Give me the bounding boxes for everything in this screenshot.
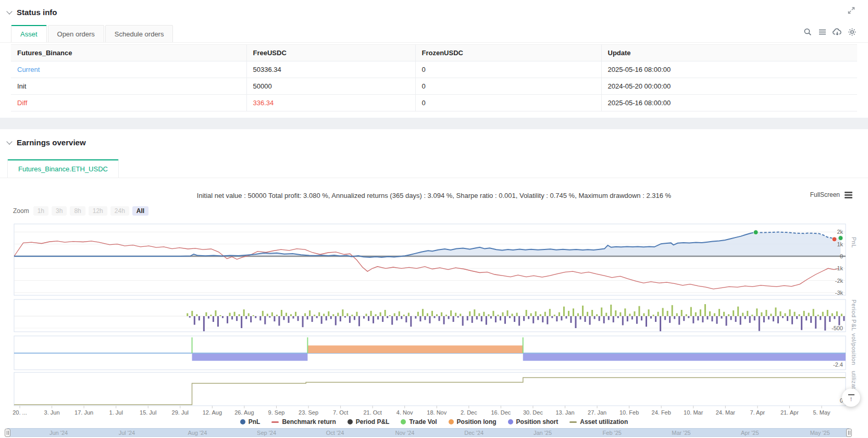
table-cell: Diff [11, 95, 246, 111]
trade-vol-bar [672, 305, 673, 316]
navigator-month-label: Oct '24 [326, 429, 344, 437]
zoom-button-3h[interactable]: 3h [52, 206, 67, 216]
trade-vol-bar [445, 315, 447, 316]
scroll-to-top-button[interactable]: ↑ [842, 389, 860, 407]
period-pnl-bar [236, 316, 238, 321]
trade-vol-bar [530, 313, 532, 316]
chart-navigator[interactable]: Jun '24Jul '24Aug '24Sep '24Oct '24Nov '… [7, 428, 849, 437]
trade-vol-bar [403, 315, 405, 316]
trade-vol-bar [794, 312, 796, 316]
trade-vol-bar [380, 312, 381, 316]
period-pnl-bar [297, 316, 299, 321]
axis-tick-label: 20. ... [13, 409, 27, 416]
axis-tick-label: 4. Nov [396, 409, 413, 416]
period-pnl-bar [368, 316, 369, 321]
trade-vol-bar [751, 315, 753, 316]
period-pnl-bar [453, 316, 454, 322]
period-pnl-bar [292, 316, 294, 319]
axis-tick-label: 16. Dec [491, 409, 511, 416]
axis-tick-label: 2k [837, 229, 843, 235]
trade-vol-bar [191, 311, 193, 316]
axis-tick-label: -2k [835, 278, 844, 284]
search-icon[interactable] [803, 28, 812, 36]
period-pnl-bar [410, 316, 412, 327]
legend-label: Period P&L [356, 418, 390, 426]
period-pnl-bar [556, 316, 557, 321]
tab-futures-binance-eth-usdc[interactable]: Futures_Binance.ETH_USDC [7, 159, 119, 178]
legend-item-trade-vol[interactable]: Trade Vol [401, 418, 437, 426]
period-pnl-bar [269, 316, 270, 318]
column-header: Futures_Binance [11, 45, 246, 61]
tab-schedule-orders[interactable]: Schedule orders [105, 25, 173, 43]
table-cell: 2025-05-16 08:00:00 [601, 61, 857, 78]
trade-vol-bar [478, 313, 480, 316]
legend-item-position-long[interactable]: Position long [449, 418, 497, 426]
gear-icon[interactable] [848, 28, 857, 36]
trade-vol-bar [385, 310, 386, 316]
trade-vol-bar [817, 315, 819, 316]
tabs-divider [0, 42, 868, 43]
trade-vol-bar [375, 314, 377, 316]
period-pnl-bar [594, 316, 596, 319]
navigator-right-handle[interactable] [846, 429, 852, 437]
trade-vol-bar [822, 312, 824, 316]
legend-item-period-p&l[interactable]: Period P&L [348, 418, 390, 426]
zoom-label: Zoom [13, 207, 29, 215]
period-pnl-bar [434, 316, 436, 318]
earnings-chart-canvas[interactable]: 2k1k0-1k-2k-3k-500-2.4020. ...3. Jun17. … [0, 215, 868, 418]
zoom-button-8h[interactable]: 8h [70, 206, 85, 216]
column-header: FrozenUSDC [415, 45, 601, 61]
trade-vol-bar [512, 314, 513, 316]
period-pnl-bar [608, 316, 610, 320]
period-pnl-bar [754, 316, 755, 320]
navigator-month-label: Jun '24 [49, 429, 68, 437]
collapse-chevron-icon[interactable] [6, 8, 12, 14]
status-tabs: AssetOpen ordersSchedule orders [11, 25, 174, 43]
legend-item-asset-utilization[interactable]: Asset utilization [569, 418, 628, 426]
zoom-button-12h[interactable]: 12h [89, 206, 107, 216]
period-pnl-bar [834, 316, 835, 319]
expand-icon[interactable] [847, 6, 855, 15]
axis-tick-label: 1. Jul [109, 409, 123, 416]
tab-open-orders[interactable]: Open orders [48, 25, 104, 43]
legend-item-position-short[interactable]: Position short [508, 418, 559, 426]
period-pnl-bar [528, 316, 529, 319]
axis-tick-label: 18. Nov [427, 409, 447, 416]
fullscreen-control[interactable]: FullScreen [810, 191, 852, 198]
table-cell[interactable]: Current [11, 61, 246, 78]
period-pnl-bar [199, 316, 200, 320]
fullscreen-label[interactable]: FullScreen [810, 191, 840, 198]
period-pnl-bar [250, 316, 252, 322]
period-pnl-bar [481, 316, 482, 321]
trade-vol-bar [276, 315, 278, 316]
trade-vol-bar [474, 309, 475, 316]
trade-vol-bar [667, 311, 668, 316]
zoom-button-24h[interactable]: 24h [110, 206, 129, 216]
period-pnl-bar [669, 316, 671, 323]
zoom-button-all[interactable]: All [132, 206, 148, 216]
chart-menu-icon[interactable] [845, 192, 852, 198]
trade-vol-bar [832, 313, 833, 316]
menu-icon[interactable] [818, 28, 827, 36]
period-pnl-bar [523, 316, 525, 321]
period-pnl-bar [373, 316, 374, 323]
legend-item-benchmark-return[interactable]: Benchmark return [271, 418, 336, 426]
navigator-left-handle[interactable] [5, 429, 10, 437]
axis-tick-label: 15. Jul [140, 409, 156, 416]
collapse-chevron-icon[interactable] [6, 139, 12, 144]
period-pnl-bar [641, 316, 642, 320]
legend-item-pnl[interactable]: PnL [240, 418, 261, 426]
legend-label: Trade Vol [409, 418, 437, 426]
zoom-button-1h[interactable]: 1h [33, 206, 48, 216]
trade-vol-bar [239, 314, 240, 316]
period-pnl-bar [439, 316, 440, 321]
period-pnl-bar [203, 316, 205, 331]
navigator-month-label: Apr '25 [741, 429, 759, 437]
period-pnl-bar [706, 316, 708, 319]
trade-vol-bar [648, 309, 650, 316]
table-cell: 336.34 [246, 95, 415, 111]
tab-asset[interactable]: Asset [11, 25, 47, 43]
cloud-download-icon[interactable] [833, 28, 842, 36]
period-pnl-bar [391, 316, 393, 325]
asset-table: Futures_BinanceFreeUSDCFrozenUSDCUpdate … [11, 44, 857, 111]
